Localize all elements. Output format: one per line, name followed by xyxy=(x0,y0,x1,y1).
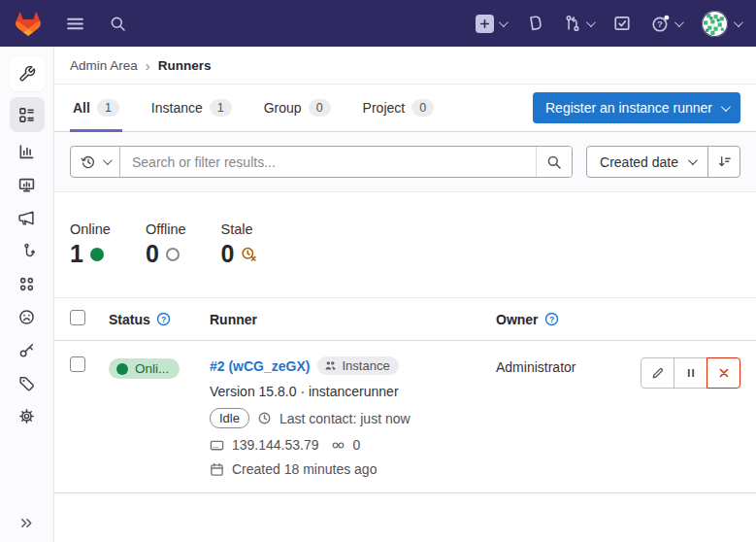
admin-sidebar xyxy=(0,47,54,542)
offline-status-icon xyxy=(166,248,180,261)
clock-icon xyxy=(257,411,272,425)
pencil-icon xyxy=(650,366,665,381)
merge-requests-icon[interactable] xyxy=(564,15,593,32)
runner-link[interactable]: #2 (wCG_zeGX) xyxy=(210,358,310,374)
runner-version: Version 15.8.0 · instancerunner xyxy=(210,384,496,399)
tab-all[interactable]: All 1 xyxy=(70,85,122,131)
runner-type-label: Instance xyxy=(342,358,389,373)
stat-stale: Stale 0 xyxy=(221,221,258,268)
user-menu[interactable] xyxy=(702,11,740,37)
gitlab-logo[interactable] xyxy=(16,12,41,36)
column-header-owner: Owner xyxy=(496,312,539,327)
search-history-button[interactable] xyxy=(71,147,120,177)
chevron-down-icon xyxy=(586,17,596,27)
tab-label: All xyxy=(73,100,90,116)
main-content: Admin Area › Runners All 1 Instance 1 Gr… xyxy=(54,47,756,542)
sidebar-item-monitoring[interactable] xyxy=(10,169,45,201)
tab-label: Group xyxy=(264,100,302,116)
search-submit-button[interactable] xyxy=(536,147,572,177)
new-menu-button[interactable] xyxy=(476,15,506,33)
online-status-icon xyxy=(90,248,104,261)
stat-offline: Offline 0 xyxy=(146,221,186,268)
runner-status-stats: Online 1 Offline 0 Stale 0 xyxy=(54,192,756,268)
stat-online: Online 1 xyxy=(70,221,111,268)
sidebar-item-analytics[interactable] xyxy=(10,136,45,168)
related-jobs-count[interactable]: 0 xyxy=(353,437,361,453)
key-icon xyxy=(18,342,35,358)
issues-icon[interactable] xyxy=(526,15,543,32)
sidebar-item-messages[interactable] xyxy=(10,202,45,234)
hamburger-menu-icon[interactable] xyxy=(66,15,84,33)
column-header-runner: Runner xyxy=(210,312,257,327)
runner-summary-cell: #2 (wCG_zeGX) Instance Version 15.8.0 · … xyxy=(210,356,496,477)
stale-clock-icon xyxy=(241,246,257,262)
owner-help-icon[interactable]: ? xyxy=(544,312,559,326)
chevron-down-icon xyxy=(103,155,113,165)
todos-icon[interactable] xyxy=(613,15,631,32)
pause-runner-button[interactable] xyxy=(674,357,707,389)
overview-icon xyxy=(18,107,35,123)
last-contact-text: Last contact: just now xyxy=(279,411,411,426)
sidebar-item-applications[interactable] xyxy=(10,268,45,300)
sort-controls: Created date xyxy=(586,146,740,178)
hook-icon xyxy=(18,243,35,259)
stat-label: Stale xyxy=(221,221,258,237)
megaphone-icon xyxy=(18,210,35,226)
breadcrumb-admin-area[interactable]: Admin Area xyxy=(70,58,138,73)
sidebar-item-overview[interactable] xyxy=(10,97,45,132)
plus-icon xyxy=(476,15,494,33)
sort-by-dropdown[interactable]: Created date xyxy=(587,147,707,177)
labels-tag-icon xyxy=(18,375,35,391)
tab-instance[interactable]: Instance 1 xyxy=(148,85,235,131)
sidebar-item-admin-area[interactable] xyxy=(10,56,45,91)
tab-count-badge: 0 xyxy=(411,99,434,117)
sidebar-item-system-hooks[interactable] xyxy=(10,235,45,267)
tab-project[interactable]: Project 0 xyxy=(360,85,438,131)
host-disk-icon xyxy=(210,438,224,453)
register-instance-runner-button[interactable]: Register an instance runner xyxy=(533,92,740,123)
column-header-status: Status xyxy=(109,312,150,327)
top-navbar: ? xyxy=(0,0,756,47)
stat-value: 0 xyxy=(221,240,235,268)
breadcrumb-separator: › xyxy=(146,58,150,73)
sort-descending-icon xyxy=(717,154,732,169)
edit-runner-button[interactable] xyxy=(641,357,674,389)
tab-count-badge: 1 xyxy=(97,99,119,117)
status-help-icon[interactable]: ? xyxy=(156,312,171,326)
tab-group[interactable]: Group 0 xyxy=(261,85,334,131)
help-icon[interactable]: ? xyxy=(651,15,681,33)
stat-label: Online xyxy=(70,221,111,237)
register-button-label: Register an instance runner xyxy=(545,100,712,116)
job-state-badge: Idle xyxy=(210,408,249,428)
sidebar-item-settings[interactable] xyxy=(10,400,45,432)
breadcrumb-runners: Runners xyxy=(158,58,212,73)
tab-count-badge: 1 xyxy=(210,99,232,117)
applications-grid-icon xyxy=(18,276,35,292)
gear-icon xyxy=(18,408,35,424)
runner-owner[interactable]: Administrator xyxy=(496,359,632,375)
status-badge: Onli... xyxy=(109,358,180,379)
search-icon[interactable] xyxy=(110,16,126,32)
svg-text:?: ? xyxy=(161,315,166,324)
created-ago-text: Created 18 minutes ago xyxy=(232,461,377,477)
link-icon xyxy=(331,438,345,453)
search-input[interactable] xyxy=(120,147,536,177)
sidebar-item-labels[interactable] xyxy=(10,367,45,399)
sidebar-item-deploy-keys[interactable] xyxy=(10,334,45,366)
delete-runner-button[interactable] xyxy=(707,357,740,389)
double-chevron-right-icon xyxy=(19,516,34,530)
sidebar-item-abuse-reports[interactable] xyxy=(10,301,45,333)
chevron-down-icon xyxy=(734,17,743,27)
row-checkbox[interactable] xyxy=(70,356,85,372)
sort-by-label: Created date xyxy=(600,154,678,170)
runner-type-tabs: All 1 Instance 1 Group 0 Project 0 Regis… xyxy=(54,85,756,132)
stat-label: Offline xyxy=(146,221,186,237)
chevron-down-icon xyxy=(721,102,731,112)
stat-value: 0 xyxy=(146,240,159,268)
calendar-icon xyxy=(210,462,224,477)
sort-direction-button[interactable] xyxy=(707,147,740,177)
sidebar-collapse-button[interactable] xyxy=(0,516,53,530)
chevron-down-icon xyxy=(688,155,698,165)
select-all-checkbox[interactable] xyxy=(70,310,85,325)
notification-dot xyxy=(664,15,669,19)
